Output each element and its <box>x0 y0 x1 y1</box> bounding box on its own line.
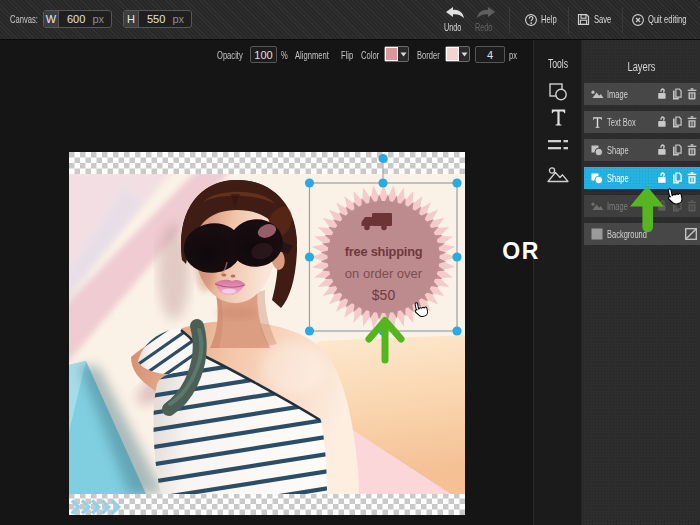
svg-text:free shipping: free shipping <box>345 244 423 259</box>
svg-text:on order over: on order over <box>345 266 423 281</box>
svg-text:$50: $50 <box>372 287 396 303</box>
